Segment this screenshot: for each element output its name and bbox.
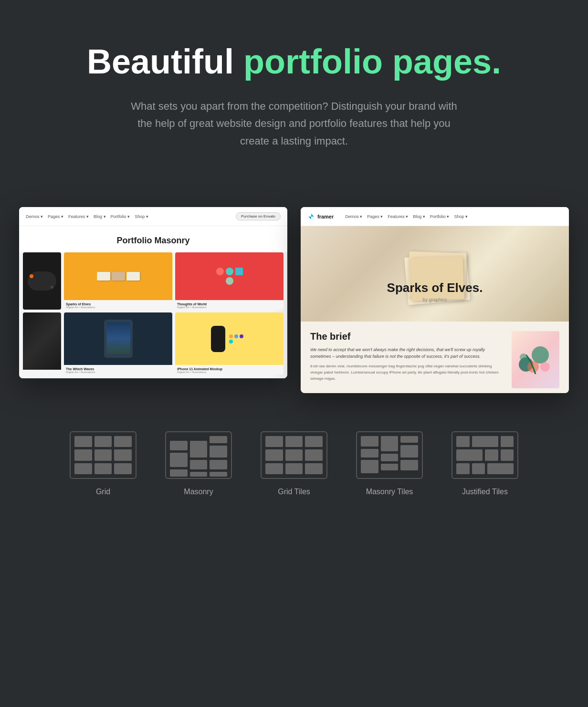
bc1 (97, 272, 110, 281)
brief-body: 8-bit raw denim viral, mumblecore messen… (310, 364, 504, 382)
card-iphone: iPhone 11 Animated Mockup Digital Art • … (175, 312, 284, 374)
grid-tiles-icon-box (261, 431, 327, 479)
mc8 (210, 446, 227, 457)
gc6 (114, 449, 132, 460)
screenshot-left: Demos ▾ Pages ▾ Features ▾ Blog ▾ Portfo… (19, 207, 287, 378)
jtc2 (472, 436, 498, 447)
dot4 (229, 340, 233, 343)
card-gamepad (23, 252, 61, 310)
card-tablet: The Which Waves Digital Art • Illustrati… (64, 312, 172, 374)
jtc5 (485, 449, 498, 460)
hero-section: Beautiful portfolio pages. What sets you… (0, 0, 588, 178)
screenshot-right: framer Demos ▾ Pages ▾ Features ▾ Blog ▾… (301, 207, 569, 393)
mtcol2 (381, 436, 399, 474)
dot2 (234, 334, 238, 338)
jtc9 (487, 463, 514, 474)
framer-nav-items: Demos ▾ Pages ▾ Features ▾ Blog ▾ Portfo… (345, 214, 468, 219)
dot3 (240, 334, 243, 338)
bc3 (126, 272, 140, 281)
plant-illustration (512, 331, 559, 388)
card-title-1: Sparks of Elves (66, 302, 170, 306)
gc3 (114, 436, 132, 447)
card-title-2: Thoughts of World (177, 302, 282, 306)
mtc9 (400, 460, 418, 470)
brief-title: The brief (310, 331, 504, 342)
dot1 (229, 334, 233, 338)
grid-icon-inner (74, 436, 132, 474)
plant-svg (516, 341, 555, 379)
gtc1 (265, 436, 283, 447)
svg-point-1 (532, 346, 549, 364)
mtc4 (381, 436, 399, 451)
card-sub-2: Digital Art • Illustrations (177, 306, 282, 309)
layout-icon-masonry-tiles[interactable]: Masonry Tiles (356, 431, 423, 496)
jtrow1 (456, 436, 514, 447)
brief-italic: We need to accept that we won't always m… (310, 347, 504, 360)
mock-nav-right: framer Demos ▾ Pages ▾ Features ▾ Blog ▾… (301, 207, 569, 226)
gtc4 (265, 449, 283, 460)
mtc8 (400, 445, 418, 457)
portfolio-masonry-title: Portfolio Masonry (19, 226, 287, 252)
jtrow2 (456, 449, 514, 460)
hero-title-plain: Beautiful (87, 42, 243, 81)
nav-items-left: Demos ▾ Pages ▾ Features ▾ Blog ▾ Portfo… (26, 214, 148, 219)
masonry-tiles-label: Masonry Tiles (366, 488, 413, 496)
gtc9 (305, 463, 323, 474)
screenshots-section: Demos ▾ Pages ▾ Features ▾ Blog ▾ Portfo… (0, 178, 588, 393)
mtc1 (361, 436, 378, 447)
mc3 (170, 469, 188, 477)
fabric-img (23, 312, 61, 370)
svg-point-4 (520, 354, 527, 361)
framer-nav-shop: Shop ▾ (454, 214, 468, 219)
phone-shape (211, 326, 225, 352)
justified-tiles-icon-box (452, 431, 518, 479)
layout-icon-grid[interactable]: Grid (70, 431, 136, 496)
gc9 (114, 463, 132, 474)
gc5 (94, 449, 112, 460)
layout-icon-justified-tiles[interactable]: Justified Tiles (452, 431, 518, 496)
jtc3 (501, 436, 514, 447)
layout-icon-masonry[interactable]: Masonry (165, 431, 232, 496)
framer-logo-text: framer (317, 214, 334, 219)
nav-shop: Shop ▾ (135, 214, 148, 219)
gc2 (94, 436, 112, 447)
masonry-tiles-inner (361, 436, 418, 474)
sparks-subtitle: by graphics (301, 297, 569, 302)
gc7 (74, 463, 92, 474)
nav-features: Features ▾ (68, 214, 89, 219)
card-sub-4: Digital Art • Illustrations (177, 371, 282, 374)
mtcol3 (400, 436, 418, 474)
masonry-tiles-icon-box (356, 431, 423, 479)
framer-nav-blog: Blog ▾ (413, 214, 425, 219)
shape3 (235, 268, 243, 275)
framer-nav-features: Features ▾ (388, 214, 408, 219)
hero-title-accent: portfolio pages. (243, 42, 501, 81)
mc4 (190, 441, 208, 457)
masonry-icon-inner (170, 436, 227, 477)
jtc8 (472, 463, 485, 474)
colorful-shapes (215, 268, 244, 285)
jtrow3 (456, 463, 514, 474)
brief-section: The brief We need to accept that we won'… (301, 322, 569, 393)
jtc4 (456, 449, 483, 460)
grid-icon-box (70, 431, 136, 479)
gtc7 (265, 463, 283, 474)
card-sub-3: Digital Art • Illustrations (66, 371, 170, 374)
hero-title: Beautiful portfolio pages. (76, 43, 512, 81)
bc2 (112, 272, 125, 281)
grid-tiles-label: Grid Tiles (278, 488, 310, 496)
mcol3 (210, 436, 227, 477)
card-label-thoughts: Thoughts of World Digital Art • Illustra… (175, 300, 284, 310)
card-sub-1: Digital Art • Illustrations (66, 306, 170, 309)
grid-label: Grid (96, 488, 110, 496)
purchase-button[interactable]: Purchase on Envato (236, 212, 281, 220)
masonry-label: Masonry (184, 488, 213, 496)
mock-nav-left: Demos ▾ Pages ▾ Features ▾ Blog ▾ Portfo… (19, 207, 287, 226)
mcol2 (190, 441, 208, 477)
layout-icon-grid-tiles[interactable]: Grid Tiles (261, 431, 327, 496)
shape1 (216, 268, 224, 275)
jtc1 (456, 436, 470, 447)
tablet-landscape (106, 322, 130, 354)
justified-tiles-label: Justified Tiles (462, 488, 508, 496)
jtc6 (501, 449, 514, 460)
